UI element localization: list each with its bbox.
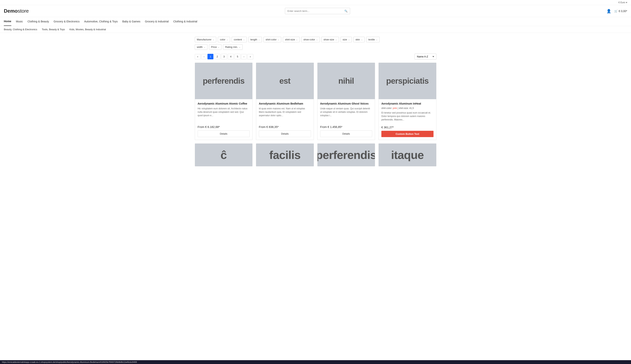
filter-manufacturer[interactable]: Manufacturer⌄ [195, 37, 217, 42]
product-image-text-row2-4: itaque [391, 148, 424, 162]
filter-color[interactable]: color⌄ [218, 37, 230, 42]
chevron-icon: ⌄ [243, 38, 245, 40]
currency-chevron: ▾ [626, 1, 627, 4]
sort-select[interactable]: Name A-Z Name Z-A Price ASC Price DESC [414, 54, 436, 60]
product-title-3: Aerodynamic Aluminum Ghost Voices [320, 102, 372, 105]
nav-item-kids-movies[interactable]: Kids, Movies, Beauty & Industrial [69, 26, 106, 33]
product-body-2: Aerodynamic Aluminum Bedleham Id quas en… [256, 99, 314, 123]
nav-item-clothing-beauty[interactable]: Clothing & Beauty [28, 17, 49, 26]
filter-size[interactable]: size⌄ [340, 37, 352, 42]
nav-item-baby-games[interactable]: Baby & Games [122, 17, 140, 26]
product-image-text-4: perspiciatis [386, 76, 429, 86]
product-image-text-1: perferendis [203, 76, 245, 86]
filter-rating[interactable]: Rating min.⌄ [223, 44, 243, 50]
pagination-page-1[interactable]: 1 [207, 54, 214, 59]
product-desc-1: Hic voluptatem eum dolorem sit. Architec… [198, 107, 250, 121]
search-button[interactable]: 🔍 [342, 8, 350, 14]
product-card-row2-2: facilis [256, 144, 314, 166]
details-button-1[interactable]: Details [198, 130, 250, 137]
nav-item-grocery-industrial[interactable]: Grocery & Industrial [145, 17, 169, 26]
chevron-icon: ⌄ [239, 46, 241, 48]
pagination-page-5[interactable]: 5 [235, 54, 241, 59]
filter-content[interactable]: content⌄ [232, 37, 247, 42]
primary-nav: Home Music Clothing & Beauty Grocery & E… [0, 17, 631, 26]
product-body-4: Aerodynamic Aluminum inHeat shirt-color:… [379, 99, 436, 123]
filter-shoe-color[interactable]: shoe-color⌄ [301, 37, 320, 42]
product-card-3: nihil Aerodynamic Aluminum Ghost Voices … [317, 62, 375, 140]
product-image-row2-3: perferendis [318, 144, 375, 166]
product-card-1: perferendis Aerodynamic Aluminum Atomic … [195, 62, 253, 140]
main-content: Manufacturer⌄ color⌄ content⌄ length⌄ sh… [191, 33, 440, 170]
product-image-text-2: est [279, 76, 291, 86]
chevron-icon: ⌄ [218, 46, 219, 48]
pagination: « ‹ 1 2 3 4 5 › » [195, 54, 254, 59]
product-attrs-4: shirt-color: pink | shirt-size: 41,5 [381, 107, 434, 110]
nav-item-clothing-industrial[interactable]: Clothing & Industrial [173, 17, 197, 26]
product-image-text-3: nihil [338, 76, 354, 86]
chevron-icon: ⌄ [376, 38, 377, 40]
nav-item-grocery-electronics[interactable]: Grocery & Electronics [54, 17, 80, 26]
chevron-icon: ⌄ [227, 38, 228, 40]
pagination-page-3[interactable]: 3 [221, 54, 227, 59]
cart-area[interactable]: 🛒 € 0,00* [614, 10, 627, 13]
details-button-3[interactable]: Details [320, 130, 372, 137]
product-image-row2-1: ĉ [195, 144, 253, 166]
nav-item-music[interactable]: Music [16, 17, 23, 26]
product-grid-row2: ĉ facilis perferendis itaque [195, 144, 436, 166]
product-price-4: € 361,27* [379, 123, 436, 129]
top-bar: € Euro ▾ [0, 0, 631, 5]
pagination-page-4[interactable]: 4 [228, 54, 234, 59]
search-icon: 🔍 [344, 10, 348, 12]
user-icon[interactable]: 👤 [606, 9, 611, 14]
filters-row-2: width⌄ Price⌄ Rating min.⌄ [195, 44, 436, 50]
product-footer-1: Details [195, 128, 253, 140]
filter-shirt-color[interactable]: shirt-color⌄ [264, 37, 281, 42]
logo-bold: Demo [4, 8, 18, 14]
chevron-icon: ⌄ [348, 38, 350, 40]
filter-width[interactable]: width⌄ [195, 44, 207, 50]
product-desc-2: Id quas enim maiores est. Nam ut et volu… [259, 107, 311, 121]
nav-item-home[interactable]: Home [4, 17, 11, 26]
chevron-icon: ⌄ [204, 46, 205, 48]
header-icons: 👤 🛒 € 0,00* [606, 9, 627, 14]
pagination-last[interactable]: » [247, 54, 253, 59]
product-image-row2-2: facilis [256, 144, 314, 166]
filter-shoe-size[interactable]: shoe-size⌄ [321, 37, 339, 42]
filter-textile[interactable]: textile⌄ [366, 37, 380, 42]
pagination-first[interactable]: « [195, 54, 201, 59]
product-card-row2-3: perferendis [317, 144, 375, 166]
product-title-2: Aerodynamic Aluminum Bedleham [259, 102, 311, 105]
product-card-row2-4: itaque [378, 144, 436, 166]
custom-button-4[interactable]: Custom Button Text [381, 131, 434, 137]
nav-item-automotive[interactable]: Automotive, Clothing & Toys [84, 17, 118, 26]
search-input[interactable] [285, 8, 342, 14]
nav-item-tools-beauty-toys[interactable]: Tools, Beauty & Toys [42, 26, 65, 33]
product-title-1: Aerodynamic Aluminum Atomic Coffee [198, 102, 250, 105]
product-image-text-row2-2: facilis [269, 148, 300, 162]
product-image-1: perferendis [195, 63, 253, 99]
filter-length[interactable]: length⌄ [248, 37, 262, 42]
product-card-2: est Aerodynamic Aluminum Bedleham Aerody… [256, 62, 314, 140]
chevron-icon: ⌄ [278, 38, 279, 40]
product-footer-2: Details [256, 128, 314, 140]
pagination-sort-row: « ‹ 1 2 3 4 5 › » Name A-Z Name Z-A Pric… [195, 54, 436, 60]
nav-item-beauty-clothing-electronics[interactable]: Beauty, Clothing & Electronics [4, 26, 37, 33]
product-footer-3: Details [318, 128, 375, 140]
pagination-next[interactable]: › [241, 54, 247, 59]
pagination-page-2[interactable]: 2 [214, 54, 220, 59]
product-body-1: Aerodynamic Aluminum Atomic Coffee Hic v… [195, 99, 253, 123]
details-button-2[interactable]: Details [259, 130, 311, 137]
attr-shirt-size-value: 41,5 [409, 107, 414, 110]
logo[interactable]: Demostore [4, 8, 29, 14]
currency-selector[interactable]: € Euro ▾ [618, 1, 627, 4]
filter-price[interactable]: Price⌄ [209, 44, 222, 50]
chevron-icon: ⌄ [296, 38, 298, 40]
product-title-4: Aerodynamic Aluminum inHeat [381, 102, 434, 105]
pagination-prev[interactable]: ‹ [201, 54, 207, 59]
chevron-icon: ⌄ [361, 38, 363, 40]
filter-shirt-size[interactable]: shirt-size⌄ [283, 37, 300, 42]
product-card-row2-1: ĉ [195, 144, 253, 166]
sort-wrapper: Name A-Z Name Z-A Price ASC Price DESC [414, 54, 436, 60]
filter-skin[interactable]: skin⌄ [353, 37, 365, 42]
chevron-icon: ⌄ [335, 38, 337, 40]
